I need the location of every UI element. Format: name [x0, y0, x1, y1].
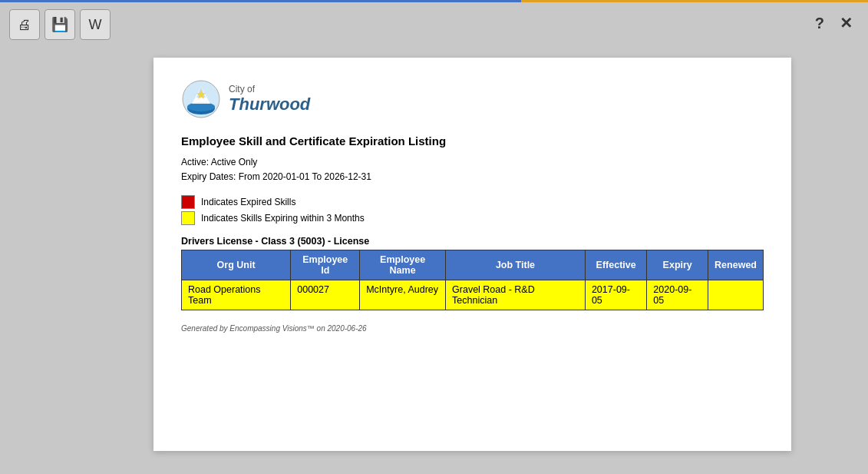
- close-button[interactable]: ✕: [840, 14, 853, 32]
- expiring-label: Indicates Skills Expiring within 3 Month…: [201, 213, 365, 224]
- table-cell: Gravel Road - R&D Technician: [446, 280, 586, 310]
- active-label: Active:: [181, 157, 209, 167]
- table-cell: Road Operations Team: [182, 280, 291, 310]
- expired-color-box: [181, 195, 195, 209]
- col-employee-id: Employee Id: [291, 250, 360, 280]
- expiry-value: From 2020-01-01 To 2026-12-31: [239, 171, 371, 182]
- logo-area: City of Thurwood: [181, 79, 310, 119]
- col-effective: Effective: [585, 250, 646, 280]
- table-cell: [708, 280, 764, 310]
- expired-label: Indicates Expired Skills: [201, 197, 295, 207]
- table-row: Road Operations Team000027McIntyre, Audr…: [182, 280, 764, 310]
- word-export-button[interactable]: W: [80, 9, 111, 40]
- city-of-label: City of: [229, 84, 310, 94]
- help-button[interactable]: ?: [815, 15, 824, 32]
- expiry-label: Expiry Dates:: [181, 171, 236, 182]
- top-right-controls: ? ✕: [815, 14, 853, 32]
- col-expiry: Expiry: [647, 250, 708, 280]
- col-job-title: Job Title: [446, 250, 586, 280]
- report-meta: Active: Active Only Expiry Dates: From 2…: [181, 155, 764, 184]
- legend-expired: Indicates Expired Skills: [181, 195, 764, 209]
- table-cell: 000027: [291, 280, 360, 310]
- section-heading: Drivers License - Class 3 (5003) - Licen…: [181, 236, 764, 247]
- footer-note: Generated by Encompassing Visions™ on 20…: [181, 324, 764, 333]
- doc-header: City of Thurwood: [181, 79, 764, 119]
- legend-expiring: Indicates Skills Expiring within 3 Month…: [181, 211, 764, 225]
- progress-bar: [0, 0, 868, 2]
- report-title: Employee Skill and Certificate Expiratio…: [181, 134, 764, 148]
- col-renewed: Renewed: [708, 250, 764, 280]
- col-org-unit: Org Unit: [182, 250, 291, 280]
- toolbar: 🖨 💾 W: [9, 9, 111, 40]
- save-button[interactable]: 💾: [45, 9, 75, 40]
- legend: Indicates Expired Skills Indicates Skill…: [181, 195, 764, 225]
- report-table: Org Unit Employee Id Employee Name Job T…: [181, 250, 764, 310]
- document-container: City of Thurwood Employee Skill and Cert…: [153, 58, 791, 451]
- table-header-row: Org Unit Employee Id Employee Name Job T…: [182, 250, 764, 280]
- print-button[interactable]: 🖨: [9, 9, 40, 40]
- table-cell: 2020-09-05: [647, 280, 708, 310]
- org-name: Thurwood: [229, 94, 310, 114]
- org-name-area: City of Thurwood: [229, 84, 310, 115]
- table-cell: 2017-09-05: [585, 280, 646, 310]
- table-cell: McIntyre, Audrey: [360, 280, 446, 310]
- col-employee-name: Employee Name: [360, 250, 446, 280]
- org-logo: [181, 79, 221, 119]
- expiring-color-box: [181, 211, 195, 225]
- active-value: Active Only: [211, 157, 258, 167]
